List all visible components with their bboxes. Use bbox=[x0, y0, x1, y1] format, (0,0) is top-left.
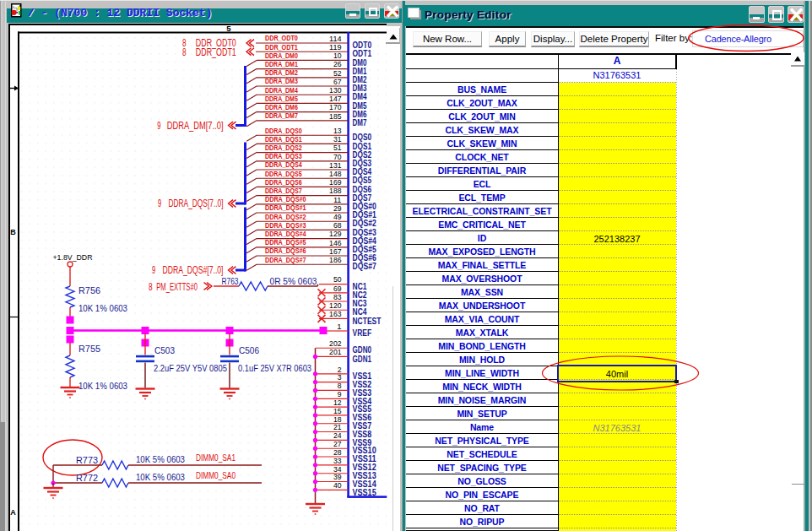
svg-text:DDRA_DM1: DDRA_DM1 bbox=[265, 61, 298, 68]
svg-text:NCTEST: NCTEST bbox=[353, 317, 382, 326]
svg-text:0R 5% 0603: 0R 5% 0603 bbox=[270, 277, 317, 286]
svg-text:DDRA_DM0: DDRA_DM0 bbox=[265, 52, 298, 60]
svg-text:DM7: DM7 bbox=[353, 118, 367, 127]
svg-text:B: B bbox=[10, 228, 16, 236]
svg-text:201: 201 bbox=[329, 347, 341, 356]
svg-text:185: 185 bbox=[329, 111, 341, 121]
svg-text:DDRA_DQS#4: DDRA_DQS#4 bbox=[265, 230, 306, 238]
svg-text:DDRA_DM[7..0]: DDRA_DM[7..0] bbox=[167, 120, 224, 132]
svg-text:DDRA_DM4: DDRA_DM4 bbox=[265, 87, 298, 95]
svg-text:DDRA_DQS#1: DDRA_DQS#1 bbox=[265, 204, 306, 212]
svg-text:R763: R763 bbox=[222, 277, 239, 286]
svg-text:DIMM0_SA1: DIMM0_SA1 bbox=[196, 452, 235, 463]
svg-text:9: 9 bbox=[152, 264, 155, 276]
svg-text:DDRA_DQS5: DDRA_DQS5 bbox=[265, 171, 302, 178]
svg-text:10K 5% 0603: 10K 5% 0603 bbox=[136, 454, 185, 464]
svg-text:DDRA_DQS0: DDRA_DQS0 bbox=[265, 127, 302, 135]
svg-text:DQS#7: DQS#7 bbox=[353, 262, 377, 271]
svg-text:DDRA_DM5: DDRA_DM5 bbox=[265, 95, 298, 103]
svg-text:VSS15: VSS15 bbox=[353, 488, 377, 497]
svg-text:VREF: VREF bbox=[353, 328, 372, 338]
svg-text:186: 186 bbox=[329, 255, 341, 264]
svg-text:DDRA_DM6: DDRA_DM6 bbox=[265, 104, 298, 111]
svg-text:R756: R756 bbox=[78, 285, 100, 295]
svg-text:R755: R755 bbox=[78, 344, 100, 354]
svg-text:DDRA_DQS[7..0]: DDRA_DQS[7..0] bbox=[169, 198, 224, 209]
svg-text:0.1uF 25V X7R 0603: 0.1uF 25V X7R 0603 bbox=[238, 363, 311, 373]
svg-text:GDN1: GDN1 bbox=[353, 355, 372, 364]
svg-text:DDRA_DQS1: DDRA_DQS1 bbox=[265, 136, 302, 144]
svg-text:DDRA_DM3: DDRA_DM3 bbox=[265, 78, 298, 85]
svg-text:9: 9 bbox=[158, 198, 161, 209]
svg-text:DDRA_DM2: DDRA_DM2 bbox=[265, 69, 298, 77]
svg-text:DDRA_DQS2: DDRA_DQS2 bbox=[265, 144, 302, 152]
svg-text:DDRA_DQS#6: DDRA_DQS#6 bbox=[265, 247, 306, 255]
svg-text:A: A bbox=[10, 508, 16, 517]
svg-text:C503: C503 bbox=[154, 345, 175, 355]
svg-text:DDRA_DQS#2: DDRA_DQS#2 bbox=[265, 214, 306, 221]
svg-text:DIMM0_SA0: DIMM0_SA0 bbox=[196, 470, 235, 480]
svg-text:DDRA_DQS7: DDRA_DQS7 bbox=[265, 187, 302, 195]
svg-text:DDR_ODT0: DDR_ODT0 bbox=[265, 35, 298, 42]
svg-text:+1.8V_DDR: +1.8V_DDR bbox=[53, 252, 93, 262]
svg-text:DDRA_DQS#[7..0]: DDRA_DQS#[7..0] bbox=[163, 264, 224, 276]
svg-text:C506: C506 bbox=[239, 345, 259, 355]
svg-text:1: 1 bbox=[337, 322, 341, 331]
svg-text:DDRA_DQS#5: DDRA_DQS#5 bbox=[265, 239, 306, 247]
svg-text:DDR_ODT1: DDR_ODT1 bbox=[196, 46, 236, 58]
svg-text:8: 8 bbox=[182, 46, 187, 58]
svg-text:DDRA_DQS6: DDRA_DQS6 bbox=[265, 179, 302, 187]
svg-text:DDR_ODT1: DDR_ODT1 bbox=[265, 44, 298, 51]
svg-text:2.2uF 25V Y5V 0805: 2.2uF 25V Y5V 0805 bbox=[154, 363, 227, 373]
svg-text:DDRA_DQS#3: DDRA_DQS#3 bbox=[265, 222, 306, 230]
svg-text:10K 1% 0603: 10K 1% 0603 bbox=[78, 381, 127, 391]
svg-text:163: 163 bbox=[329, 309, 341, 318]
svg-text:5: 5 bbox=[226, 24, 231, 33]
svg-text:8: 8 bbox=[149, 281, 153, 293]
svg-text:DDRA_DQS3: DDRA_DQS3 bbox=[265, 153, 302, 160]
svg-text:DDRA_DQS4: DDRA_DQS4 bbox=[265, 161, 302, 169]
svg-text:DDRA_DM7: DDRA_DM7 bbox=[265, 112, 298, 120]
svg-text:10K 5% 0603: 10K 5% 0603 bbox=[136, 472, 185, 482]
svg-text:10K 1% 0603: 10K 1% 0603 bbox=[78, 303, 127, 313]
svg-text:R772: R772 bbox=[76, 473, 98, 483]
svg-text:40: 40 bbox=[333, 480, 342, 490]
svg-text:9: 9 bbox=[157, 120, 160, 132]
svg-text:R773: R773 bbox=[76, 455, 98, 465]
svg-text:DDRA_DQS#0: DDRA_DQS#0 bbox=[265, 196, 306, 203]
svg-text:PM_EXTTS#0: PM_EXTTS#0 bbox=[156, 281, 198, 293]
svg-text:DDRA_DQS#7: DDRA_DQS#7 bbox=[265, 257, 306, 264]
